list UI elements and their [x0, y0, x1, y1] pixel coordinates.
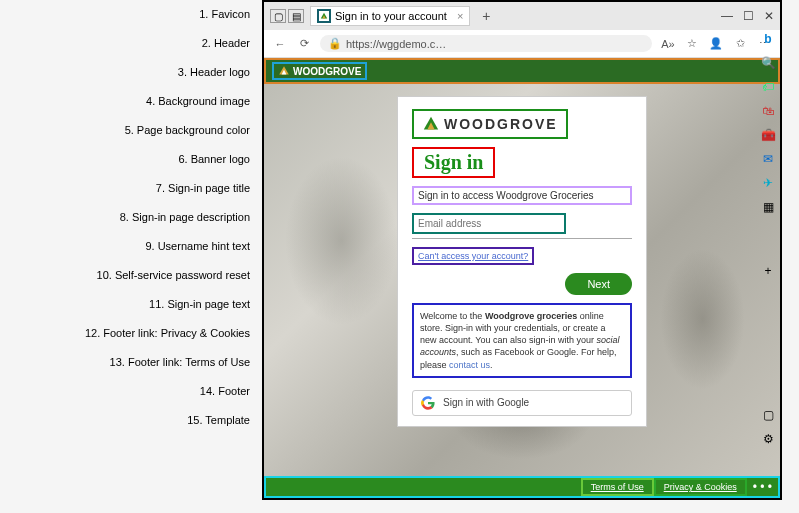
google-label: Sign in with Google [443, 397, 529, 408]
annotation-item: 11. Sign-in page text [0, 298, 260, 312]
tab-list-icon[interactable]: ▤ [288, 9, 304, 23]
close-window-button[interactable]: ✕ [764, 9, 774, 23]
new-tab-button[interactable]: + [476, 8, 496, 24]
next-button[interactable]: Next [565, 273, 632, 295]
annotation-item: 12. Footer link: Privacy & Cookies [0, 327, 260, 341]
annotation-item: 1. Favicon [0, 8, 260, 22]
annotation-item: 8. Sign-in page description [0, 211, 260, 225]
reload-button[interactable]: ⟳ [296, 37, 312, 50]
edge-sidebar: b 🔍 🏷 🛍 🧰 ✉ ✈ ▦ + ▢ ⚙ [760, 32, 776, 446]
sidebar-toggle-icon[interactable]: ▢ [760, 408, 776, 422]
annotation-item: 3. Header logo [0, 66, 260, 80]
favorites-icon[interactable]: ✩ [732, 37, 748, 50]
terms-of-use-link[interactable]: Terms of Use [581, 478, 654, 496]
outlook-icon[interactable]: ✉ [760, 152, 776, 166]
signin-title: Sign in [412, 147, 495, 178]
annotation-item: 5. Page background color [0, 124, 260, 138]
header-logo[interactable]: WOODGROVE [272, 62, 367, 80]
apps-icon[interactable]: ▦ [760, 200, 776, 214]
read-aloud-icon[interactable]: A» [660, 38, 676, 50]
annotation-item: 4. Background image [0, 95, 260, 109]
header-brand-text: WOODGROVE [293, 66, 361, 77]
page-content: WOODGROVE WOODGROVE Sign in Sign in to a… [264, 58, 780, 498]
add-sidebar-icon[interactable]: + [760, 264, 776, 278]
forgot-password-link[interactable]: Can't access your account? [412, 247, 534, 265]
search-icon[interactable]: 🔍 [760, 56, 776, 70]
profile-icon[interactable]: 👤 [708, 37, 724, 50]
annotation-item: 9. Username hint text [0, 240, 260, 254]
favicon [317, 9, 331, 23]
footer-more-icon[interactable]: • • • [747, 478, 778, 496]
email-field[interactable] [412, 213, 566, 234]
banner-logo: WOODGROVE [412, 109, 568, 139]
signin-description: Sign in to access Woodgrove Groceries [412, 186, 632, 205]
tools-icon[interactable]: 🧰 [760, 128, 776, 142]
tab-close-icon[interactable]: × [457, 10, 463, 22]
tab-controls: ▢ ▤ [270, 9, 304, 23]
annotation-item: 15. Template [0, 414, 260, 428]
banner-brand-text: WOODGROVE [444, 116, 558, 132]
url-text: https://wggdemo.c… [346, 38, 446, 50]
maximize-button[interactable]: ☐ [743, 9, 754, 23]
contact-us-link[interactable]: contact us [449, 360, 490, 370]
signin-page-text: Welcome to the Woodgrove groceries onlin… [412, 303, 632, 378]
annotation-item: 6. Banner logo [0, 153, 260, 167]
titlebar: ▢ ▤ Sign in to your account × + — ☐ ✕ [264, 2, 780, 30]
tab-overview-icon[interactable]: ▢ [270, 9, 286, 23]
tab-title: Sign in to your account [335, 10, 447, 22]
send-icon[interactable]: ✈ [760, 176, 776, 190]
browser-tab[interactable]: Sign in to your account × [310, 6, 470, 26]
add-favorite-icon[interactable]: ☆ [684, 37, 700, 50]
annotation-item: 10. Self-service password reset [0, 269, 260, 283]
shopping-icon[interactable]: 🛍 [760, 104, 776, 118]
annotation-item: 13. Footer link: Terms of Use [0, 356, 260, 370]
page-footer: Terms of Use Privacy & Cookies • • • [264, 476, 780, 498]
annotation-item: 7. Sign-in page title [0, 182, 260, 196]
settings-icon[interactable]: ⚙ [760, 432, 776, 446]
background-image: WOODGROVE Sign in Sign in to access Wood… [264, 84, 780, 476]
tag-icon[interactable]: 🏷 [760, 80, 776, 94]
page-header: WOODGROVE [264, 58, 780, 84]
bing-icon[interactable]: b [760, 32, 776, 46]
address-bar: ← ⟳ 🔒 https://wggdemo.c… A» ☆ 👤 ✩ ⋯ [264, 30, 780, 58]
browser-window: ▢ ▤ Sign in to your account × + — ☐ ✕ ← … [262, 0, 782, 500]
annotation-list: 1. Favicon 2. Header 3. Header logo 4. B… [0, 0, 260, 513]
google-icon [421, 396, 435, 410]
back-button[interactable]: ← [272, 38, 288, 50]
signin-card: WOODGROVE Sign in Sign in to access Wood… [397, 96, 647, 427]
privacy-cookies-link[interactable]: Privacy & Cookies [654, 478, 747, 496]
minimize-button[interactable]: — [721, 9, 733, 23]
input-underline [412, 238, 632, 239]
google-signin-button[interactable]: Sign in with Google [412, 390, 632, 416]
lock-icon: 🔒 [328, 37, 342, 50]
annotation-item: 2. Header [0, 37, 260, 51]
annotation-item: 14. Footer [0, 385, 260, 399]
url-box[interactable]: 🔒 https://wggdemo.c… [320, 35, 652, 52]
